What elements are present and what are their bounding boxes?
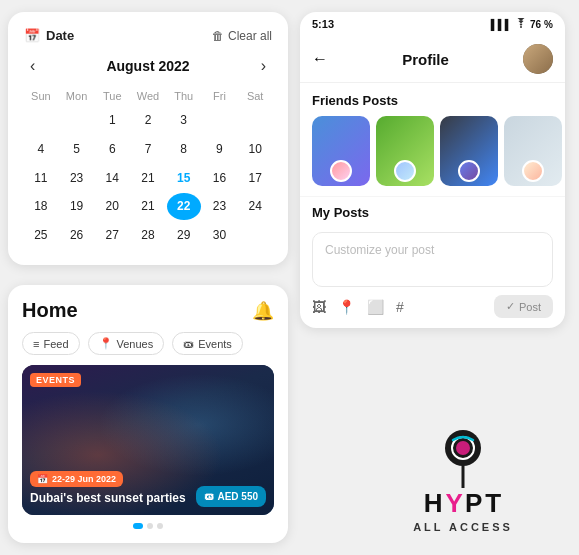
cal-day[interactable]: 6 xyxy=(95,136,129,163)
cal-day[interactable]: 23 xyxy=(203,193,237,220)
profile-widget: 5:13 ▌▌▌ 76 % ← Profile Friends Posts xyxy=(300,12,565,328)
friend-post-4[interactable] xyxy=(504,116,562,186)
calendar-icon: 📅 xyxy=(24,28,40,43)
home-widget: Home 🔔 ≡ Feed 📍 Venues 🎟 Events EVENTS 📅… xyxy=(8,285,288,543)
friend-post-2[interactable] xyxy=(376,116,434,186)
tab-events[interactable]: 🎟 Events xyxy=(172,332,243,355)
cal-day[interactable]: 18 xyxy=(24,193,58,220)
cal-day[interactable]: 26 xyxy=(60,222,94,249)
friend-avatar-1 xyxy=(330,160,352,182)
location-icon[interactable]: 📍 xyxy=(338,299,355,315)
dot xyxy=(157,523,163,529)
dot-active xyxy=(133,523,143,529)
friends-posts-row xyxy=(300,116,565,196)
tab-feed[interactable]: ≡ Feed xyxy=(22,332,80,355)
post-actions-row: 🖼 📍 ⬜ # ✓ Post xyxy=(312,295,553,318)
price-label: AED 550 xyxy=(217,491,258,502)
home-title: Home xyxy=(22,299,78,322)
friend-post-3[interactable] xyxy=(440,116,498,186)
cal-day[interactable]: 16 xyxy=(203,165,237,192)
day-label-thu: Thu xyxy=(167,87,201,105)
day-label-sun: Sun xyxy=(24,87,58,105)
media-icon[interactable]: ⬜ xyxy=(367,299,384,315)
cal-day[interactable]: 19 xyxy=(60,193,94,220)
event-card[interactable]: EVENTS 📅 22-29 Jun 2022 Dubai's best sun… xyxy=(22,365,274,515)
event-card-bottom: 📅 22-29 Jun 2022 Dubai's best sunset par… xyxy=(22,460,274,515)
event-date: 22-29 Jun 2022 xyxy=(52,474,116,484)
price-icon: 🎟 xyxy=(204,491,214,502)
friend-avatar-4 xyxy=(522,160,544,182)
feed-icon: ≡ xyxy=(33,338,39,350)
events-badge: EVENTS xyxy=(30,373,81,387)
friend-avatar-2 xyxy=(394,160,416,182)
image-icon[interactable]: 🖼 xyxy=(312,299,326,315)
next-month-button[interactable]: › xyxy=(255,55,272,77)
cal-day[interactable]: 5 xyxy=(60,136,94,163)
cal-day[interactable]: 7 xyxy=(131,136,165,163)
cal-day[interactable]: 2 xyxy=(131,107,165,134)
friend-avatar-3 xyxy=(458,160,480,182)
dot xyxy=(147,523,153,529)
hypt-t: T xyxy=(485,488,502,519)
avatar[interactable] xyxy=(523,44,553,74)
cal-day[interactable]: 1 xyxy=(95,107,129,134)
day-label-wed: Wed xyxy=(131,87,165,105)
cal-day-today[interactable]: 15 xyxy=(167,165,201,192)
trash-icon: 🗑 xyxy=(212,29,224,43)
cal-day-empty xyxy=(60,107,94,134)
friends-posts-title: Friends Posts xyxy=(300,83,565,116)
clear-all-button[interactable]: 🗑 Clear all xyxy=(212,29,272,43)
cal-day[interactable]: 30 xyxy=(203,222,237,249)
cal-day[interactable]: 23 xyxy=(60,165,94,192)
signal-icon: ▌▌▌ xyxy=(491,19,512,30)
prev-month-button[interactable]: ‹ xyxy=(24,55,41,77)
cal-day[interactable]: 8 xyxy=(167,136,201,163)
hypt-pin-icon xyxy=(438,426,488,488)
tab-venues[interactable]: 📍 Venues xyxy=(88,332,165,355)
post-placeholder: Customize your post xyxy=(325,243,434,257)
post-button[interactable]: ✓ Post xyxy=(494,295,553,318)
time-display: 5:13 xyxy=(312,18,334,30)
post-input[interactable]: Customize your post xyxy=(312,232,553,287)
day-label-mon: Mon xyxy=(60,87,94,105)
my-posts-title: My Posts xyxy=(312,197,553,224)
calendar-month-row: ‹ August 2022 › xyxy=(24,55,272,77)
cal-day[interactable]: 28 xyxy=(131,222,165,249)
cal-day[interactable]: 14 xyxy=(95,165,129,192)
date-icon: 📅 xyxy=(37,474,48,484)
cal-day-empty xyxy=(238,222,272,249)
hypt-h: H xyxy=(424,488,444,519)
cal-day[interactable]: 17 xyxy=(238,165,272,192)
cal-day-empty xyxy=(24,107,58,134)
cal-day[interactable]: 20 xyxy=(95,193,129,220)
back-button[interactable]: ← xyxy=(312,50,328,68)
cal-day-selected[interactable]: 22 xyxy=(167,193,201,220)
hashtag-icon[interactable]: # xyxy=(396,299,404,315)
bell-icon[interactable]: 🔔 xyxy=(252,300,274,322)
cal-day[interactable]: 25 xyxy=(24,222,58,249)
home-tabs: ≡ Feed 📍 Venues 🎟 Events xyxy=(22,332,274,355)
friend-post-1[interactable] xyxy=(312,116,370,186)
cal-day[interactable]: 4 xyxy=(24,136,58,163)
events-icon: 🎟 xyxy=(183,338,194,350)
profile-title: Profile xyxy=(402,51,449,68)
cal-day[interactable]: 3 xyxy=(167,107,201,134)
calendar-title: 📅 Date xyxy=(24,28,74,43)
cal-day[interactable]: 21 xyxy=(131,165,165,192)
post-label: Post xyxy=(519,301,541,313)
cal-day-empty xyxy=(238,107,272,134)
cal-day[interactable]: 29 xyxy=(167,222,201,249)
cal-day[interactable]: 11 xyxy=(24,165,58,192)
svg-point-3 xyxy=(456,441,470,455)
dot-indicators xyxy=(22,523,274,529)
clear-label: Clear all xyxy=(228,29,272,43)
cal-day[interactable]: 21 xyxy=(131,193,165,220)
cal-day[interactable]: 24 xyxy=(238,193,272,220)
cal-day[interactable]: 10 xyxy=(238,136,272,163)
calendar-grid: Sun Mon Tue Wed Thu Fri Sat 1 2 3 4 5 6 … xyxy=(24,87,272,249)
cal-day[interactable]: 9 xyxy=(203,136,237,163)
cal-day[interactable]: 27 xyxy=(95,222,129,249)
events-label: Events xyxy=(198,338,232,350)
my-posts-section: My Posts Customize your post 🖼 📍 ⬜ # ✓ P… xyxy=(300,196,565,328)
calendar-header: 📅 Date 🗑 Clear all xyxy=(24,28,272,43)
